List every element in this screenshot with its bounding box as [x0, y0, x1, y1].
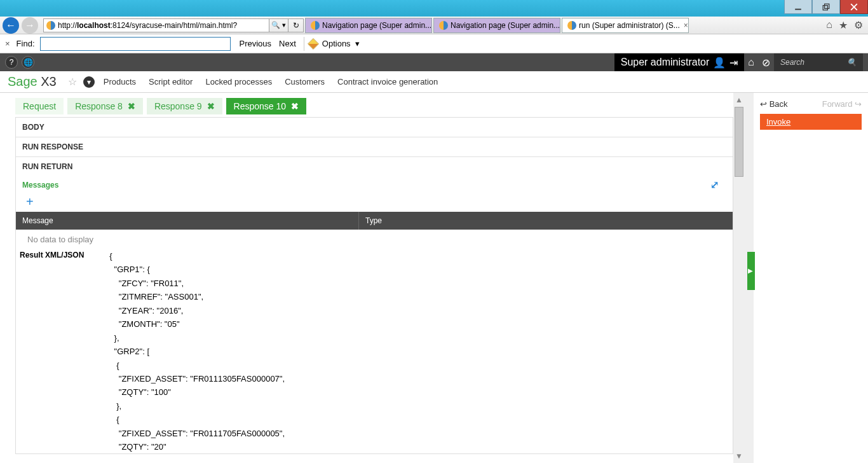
close-icon[interactable]: ✖: [128, 101, 135, 111]
down-badge-icon[interactable]: ▾: [83, 76, 95, 88]
sage-top-bar: ? 🌐 Super administrator 👤 ⇥ ⌂ ⊘ Search 🔍: [0, 53, 868, 71]
result-row: Result XML/JSON { "GRP1": { "ZFCY": "FR0…: [16, 249, 733, 454]
window-restore-button[interactable]: [812, 0, 840, 14]
tools-icon[interactable]: ⚙: [854, 19, 863, 31]
ie-icon: [567, 21, 576, 30]
close-icon[interactable]: ✖: [291, 101, 299, 111]
window-titlebar: [0, 0, 868, 17]
favorites-icon[interactable]: ★: [839, 19, 848, 31]
user-avatar-icon: 👤: [713, 57, 726, 69]
tab-label: Response 9: [154, 101, 202, 111]
browser-nav-bar: ← → http://localhost:8124/syracuse-main/…: [0, 17, 868, 34]
search-icon: 🔍: [847, 58, 857, 67]
menu-customers[interactable]: Customers: [285, 77, 325, 86]
search-placeholder: Search: [780, 58, 804, 67]
menu-locked-processes[interactable]: Locked processes: [205, 77, 272, 86]
home-icon[interactable]: ⌂: [826, 19, 832, 31]
tab-label: Response 8: [75, 101, 123, 111]
tab-label: run (Super administrator) (S...: [579, 21, 680, 30]
brand-b: X3: [41, 74, 56, 88]
content-panel: BODY RUN RESPONSE RUN RETURN Messages ⤢ …: [15, 117, 733, 454]
col-type: Type: [359, 212, 733, 230]
address-search-button[interactable]: 🔍 ▾: [269, 18, 288, 32]
ie-icon: [311, 21, 320, 30]
highlight-icon[interactable]: [308, 38, 319, 49]
menu-products[interactable]: Products: [104, 77, 136, 86]
tab-label: Response 10: [234, 101, 287, 111]
tab-request[interactable]: Request: [15, 98, 64, 114]
browser-forward-button[interactable]: →: [22, 17, 38, 34]
find-next-button[interactable]: Next: [279, 39, 296, 48]
tab-response-9[interactable]: Response 9✖: [147, 98, 222, 114]
ie-icon: [439, 21, 448, 30]
right-nav: ↩ Back Forward ↪: [760, 99, 862, 109]
main-layout: Request Response 8✖ Response 9✖ Response…: [0, 93, 868, 463]
side-expand-icon[interactable]: [747, 252, 755, 290]
user-name: Super administrator: [621, 57, 710, 68]
section-body: BODY: [16, 118, 733, 137]
scrollbar[interactable]: ▲ ▼: [733, 93, 745, 463]
back-label: Back: [770, 99, 788, 109]
tab-close-icon[interactable]: ×: [684, 21, 688, 30]
left-column: Request Response 8✖ Response 9✖ Response…: [0, 93, 733, 463]
url-rest: :8124/syracuse-main/html/main.html?: [111, 21, 237, 30]
forward-label: Forward: [822, 99, 853, 109]
brand-logo: Sage X3: [8, 74, 57, 89]
messages-label: Messages: [22, 181, 58, 190]
no-data-label: No data to display: [16, 230, 733, 249]
col-message: Message: [16, 212, 359, 230]
browser-tab[interactable]: Navigation page (Super admin...: [433, 18, 560, 33]
options-label: Options: [322, 39, 351, 48]
window-close-button[interactable]: [840, 0, 868, 14]
sage-search-input[interactable]: Search 🔍: [774, 53, 863, 71]
messages-header: Messages ⤢: [16, 176, 733, 193]
section-run-return: RUN RETURN: [16, 156, 733, 176]
user-block[interactable]: Super administrator 👤 ⇥: [614, 53, 745, 71]
find-input[interactable]: [40, 37, 231, 51]
tab-label: Navigation page (Super admin...: [451, 21, 560, 30]
tab-label: Navigation page (Super admin...: [322, 21, 431, 30]
find-previous-button[interactable]: Previous: [240, 39, 272, 48]
find-close-button[interactable]: ×: [5, 39, 10, 48]
add-message-button[interactable]: +: [26, 195, 733, 209]
grid-header: Message Type: [16, 212, 733, 230]
refresh-button[interactable]: ↻: [288, 18, 304, 32]
browser-toolbar-right: ⌂ ★ ⚙: [826, 19, 863, 31]
help-icon[interactable]: ?: [5, 56, 18, 69]
menu-contract-invoice[interactable]: Contract invoice generation: [337, 77, 438, 86]
favorite-icon[interactable]: ☆: [68, 76, 77, 88]
scroll-down-icon[interactable]: ▼: [735, 449, 743, 463]
home-icon[interactable]: ⌂: [748, 57, 754, 68]
scroll-thumb[interactable]: [735, 107, 743, 177]
close-icon[interactable]: ✖: [207, 101, 215, 111]
globe-icon[interactable]: 🌐: [22, 56, 34, 69]
result-json: { "GRP1": { "ZFCY": "FR011", "ZITMREF": …: [90, 249, 285, 454]
section-run-response: RUN RESPONSE: [16, 137, 733, 156]
find-options-button[interactable]: Options ▾: [322, 39, 360, 48]
logout-icon[interactable]: ⇥: [729, 57, 738, 69]
url-prefix: http://: [58, 21, 77, 30]
scroll-up-icon[interactable]: ▲: [735, 93, 743, 107]
invoke-button[interactable]: Invoke: [760, 114, 862, 130]
find-label: Find:: [17, 39, 35, 48]
forward-button: Forward ↪: [822, 99, 862, 109]
find-bar: × Find: Previous Next Options ▾: [0, 34, 868, 53]
address-bar[interactable]: http://localhost:8124/syracuse-main/html…: [43, 18, 269, 32]
tab-response-10[interactable]: Response 10✖: [226, 98, 307, 114]
brand-a: Sage: [8, 74, 41, 88]
block-icon[interactable]: ⊘: [762, 57, 770, 69]
url-host: localhost: [77, 21, 111, 30]
tab-response-8[interactable]: Response 8✖: [67, 98, 143, 114]
menu-script-editor[interactable]: Script editor: [149, 77, 193, 86]
expand-icon[interactable]: ⤢: [710, 179, 719, 191]
ie-icon: [46, 21, 55, 30]
separator: [304, 37, 304, 51]
back-button[interactable]: ↩ Back: [760, 99, 788, 109]
browser-tab-active[interactable]: run (Super administrator) (S...×: [562, 18, 689, 33]
browser-tab[interactable]: Navigation page (Super admin...: [305, 18, 432, 33]
browser-back-button[interactable]: ←: [3, 17, 19, 34]
side-handle[interactable]: [745, 93, 754, 463]
tab-label: Request: [23, 101, 56, 111]
window-minimize-button[interactable]: [784, 0, 812, 14]
tab-bar: Request Response 8✖ Response 9✖ Response…: [15, 98, 733, 114]
